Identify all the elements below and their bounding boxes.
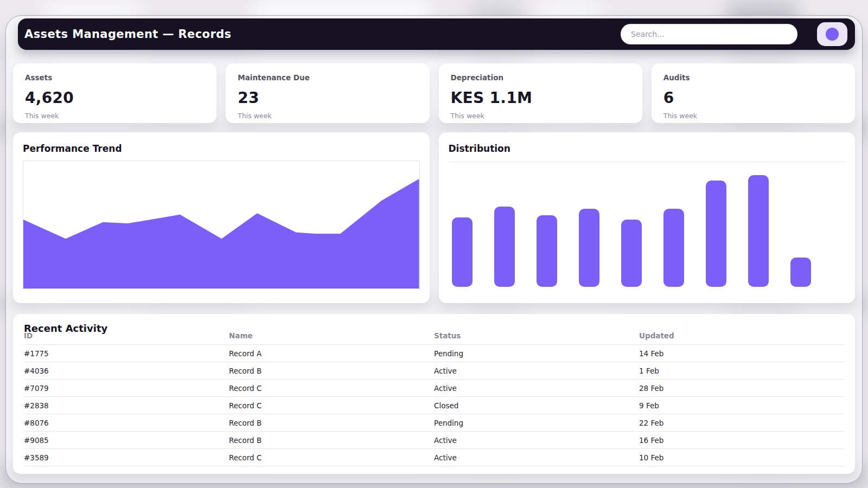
stat-subtext: This week [238,112,417,120]
table-row[interactable]: #9085Record BActive16 Feb [24,432,844,449]
performance-trend-card: Performance Trend [13,132,430,303]
distribution-bars [449,175,846,287]
bar [748,175,769,287]
stat-label: Assets [25,73,205,82]
stat-value: KES 1.1M [451,89,630,107]
table-cell: Record C [229,449,434,466]
bar [621,220,642,287]
bar [494,207,515,287]
bar [579,209,599,287]
distribution-card: Distribution [439,132,856,303]
stat-label: Maintenance Due [238,73,417,82]
bar [790,258,811,287]
dashboard-container: Assets Management — Records Assets 4,620… [5,15,863,484]
top-bar: Assets Management — Records [18,18,855,50]
avatar-icon [826,28,839,41]
table-cell: 16 Feb [639,432,844,449]
table-cell: #3589 [24,449,229,466]
stat-label: Depreciation [451,73,630,82]
table-cell: 22 Feb [639,414,844,432]
performance-area-chart [23,160,420,289]
search-input[interactable] [621,24,797,44]
table-cell: #4036 [24,362,229,380]
chart-title: Performance Trend [23,143,420,154]
table-cell: 28 Feb [639,380,844,397]
area-series [23,179,419,288]
table-row[interactable]: #1775Record APending14 Feb [24,345,844,362]
table-row[interactable]: #3589Record CActive10 Feb [24,449,844,466]
stat-label: Audits [663,73,843,82]
stat-subtext: This week [451,112,630,120]
table-row[interactable]: #2838Record CClosed9 Feb [24,397,844,414]
page-title: Assets Management — Records [24,28,232,41]
table-cell: Active [434,362,639,380]
charts-row: Performance Trend Distribution [13,132,855,303]
table-row[interactable]: #8076Record BPending22 Feb [24,414,844,432]
section-title: Recent Activity [24,323,844,334]
table-row[interactable]: #7079Record CActive28 Feb [24,380,844,397]
chart-title: Distribution [449,143,846,154]
table-cell: #9085 [24,432,229,449]
stat-card-maintenance-due: Maintenance Due 23 This week [226,63,429,123]
stat-card-depreciation: Depreciation KES 1.1M This week [439,63,642,123]
distribution-header: Distribution [449,143,846,162]
stats-row: Assets 4,620 This week Maintenance Due 2… [13,63,855,123]
stat-value: 6 [663,89,843,107]
table-cell: Active [434,380,639,397]
table-cell: 9 Feb [639,397,844,414]
stat-card-assets: Assets 4,620 This week [13,63,216,123]
recent-activity-card: Recent Activity ID Name Status Updated #… [13,314,855,474]
table-cell: 14 Feb [639,345,844,362]
table-body: #1775Record APending14 Feb#4036Record BA… [24,345,844,466]
bar [537,215,557,287]
table-cell: #8076 [24,414,229,432]
table-cell: Pending [434,345,639,362]
bar [706,181,726,287]
stat-value: 4,620 [25,89,205,107]
table-cell: Record A [229,345,434,362]
table-cell: #7079 [24,380,229,397]
table-cell: Record B [229,414,434,432]
table-cell: Record C [229,397,434,414]
table-cell: Record C [229,380,434,397]
bar [663,209,684,287]
table-cell: 10 Feb [639,449,844,466]
table-cell: 1 Feb [639,362,844,380]
performance-area-svg [23,161,419,288]
avatar-button[interactable] [817,22,847,46]
table-cell: #1775 [24,345,229,362]
stat-subtext: This week [663,112,843,120]
table-cell: Closed [434,397,639,414]
table-cell: Active [434,449,639,466]
table-cell: Record B [229,362,434,380]
stat-card-audits: Audits 6 This week [652,63,855,123]
table-cell: Record B [229,432,434,449]
table-cell: #2838 [24,397,229,414]
stat-subtext: This week [25,112,205,120]
recent-activity-table: ID Name Status Updated #1775Record APend… [24,328,844,466]
bar [452,217,473,287]
stat-value: 23 [238,89,417,107]
table-cell: Pending [434,414,639,432]
table-cell: Active [434,432,639,449]
table-row[interactable]: #4036Record BActive1 Feb [24,362,844,380]
